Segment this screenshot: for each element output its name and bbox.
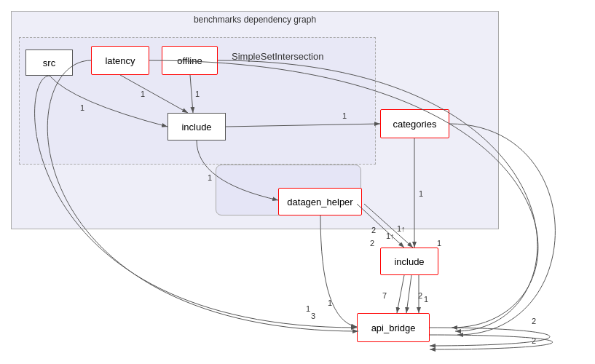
svg-text:1: 1 [141,90,145,98]
svg-text:1: 1 [80,103,84,112]
svg-text:3: 3 [311,312,315,320]
svg-text:2: 2 [371,226,376,234]
svg-text:1: 1 [419,189,423,198]
arrows-svg: 1 1 1 1 1 2 1↑ 1 7 2 1 [0,0,595,364]
svg-text:1: 1 [195,90,200,98]
svg-text:2: 2 [532,336,536,345]
svg-text:1: 1 [424,295,428,304]
svg-text:1: 1 [306,304,310,313]
svg-text:1↑: 1↑ [386,232,395,240]
svg-text:2: 2 [532,317,536,325]
svg-text:1: 1 [328,298,332,307]
svg-line-6 [226,124,380,127]
svg-text:1: 1 [208,173,212,182]
svg-line-17 [406,275,411,313]
svg-text:2: 2 [370,239,374,248]
svg-text:7: 7 [382,291,387,300]
svg-text:1↑: 1↑ [397,224,406,233]
svg-text:1: 1 [437,239,441,248]
svg-line-3 [190,75,193,113]
svg-text:1: 1 [342,111,347,120]
diagram-container: benchmarks dependency graph src latency … [0,0,595,364]
svg-line-15 [397,275,404,313]
svg-line-1 [120,75,188,113]
